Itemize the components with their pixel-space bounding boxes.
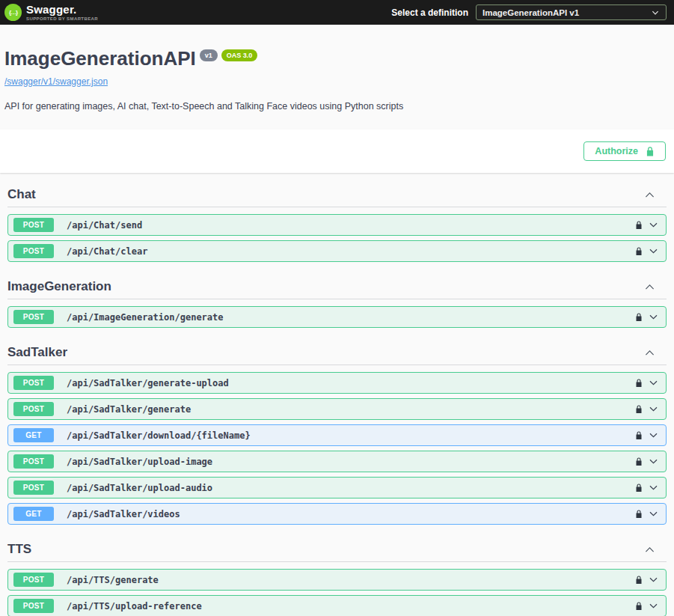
collapse-section-button[interactable]	[643, 189, 656, 201]
operation-row[interactable]: GET /api/SadTalker/download/{fileName}	[7, 424, 667, 446]
tag-header[interactable]: SadTalker	[7, 332, 667, 365]
operation-auth-button[interactable]	[635, 457, 643, 466]
chevron-down-icon[interactable]	[648, 403, 659, 415]
tag-title: ImageGeneration	[7, 279, 111, 294]
selected-definition-value: ImageGenerationAPI v1	[482, 8, 579, 17]
oas-badge: OAS 3.0	[221, 49, 258, 61]
operation-auth-button[interactable]	[635, 246, 643, 256]
lock-icon	[635, 483, 643, 493]
chevron-down-icon[interactable]	[648, 311, 659, 323]
operation-auth-button[interactable]	[635, 483, 643, 493]
lock-icon	[635, 457, 643, 466]
method-badge: GET	[13, 507, 54, 521]
chevron-down-icon[interactable]	[648, 377, 659, 388]
chevron-down-icon	[651, 8, 660, 17]
operation-row[interactable]: POST /api/SadTalker/upload-audio	[7, 477, 667, 498]
chevron-down-icon[interactable]	[648, 456, 659, 467]
operation-auth-button[interactable]	[635, 430, 643, 440]
tag-title: SadTalker	[7, 345, 67, 360]
method-badge: GET	[13, 428, 54, 442]
lock-icon	[635, 601, 643, 611]
chevron-down-icon[interactable]	[648, 600, 659, 612]
tag-operations: POST /api/ImageGeneration/generate	[7, 306, 667, 328]
chevron-up-icon	[643, 189, 656, 201]
operation-row[interactable]: POST /api/SadTalker/generate-upload	[7, 372, 667, 394]
method-badge: POST	[13, 454, 54, 469]
api-description: API for generating images, AI chat, Text…	[4, 101, 659, 112]
chevron-up-icon	[643, 347, 656, 359]
chevron-down-icon[interactable]	[648, 430, 659, 441]
chevron-down-icon[interactable]	[648, 574, 659, 585]
lock-icon	[635, 575, 643, 585]
operation-row[interactable]: POST /api/Chat/send	[7, 214, 667, 236]
swagger-brand[interactable]: {…} Swagger. Supported by SMARTBEAR	[4, 4, 98, 21]
spec-json-link[interactable]: /swagger/v1/swagger.json	[4, 76, 108, 87]
version-badge: v1	[200, 49, 218, 61]
api-tag-section: ImageGeneration POST /api/ImageGeneratio…	[7, 266, 667, 328]
lock-icon	[635, 312, 643, 322]
method-badge: POST	[13, 481, 54, 495]
tag-title: Chat	[7, 187, 36, 202]
operation-auth-button[interactable]	[635, 404, 643, 414]
api-tag-section: SadTalker POST /api/SadTalker/generate-u…	[7, 332, 667, 525]
operation-path: /api/ImageGeneration/generate	[67, 312, 224, 323]
operations-list: Chat POST /api/Chat/send POST /api/Chat/…	[0, 173, 674, 616]
operation-path: /api/SadTalker/generate-upload	[67, 378, 229, 388]
tag-operations: POST /api/SadTalker/generate-upload POST…	[7, 372, 667, 525]
operation-path: /api/TTS/upload-reference	[67, 601, 202, 612]
lock-icon	[635, 509, 643, 519]
operation-row[interactable]: POST /api/SadTalker/upload-image	[7, 451, 667, 472]
operation-path: /api/SadTalker/videos	[67, 509, 180, 519]
swagger-logo-icon: {…}	[4, 4, 22, 21]
definition-select[interactable]: ImageGenerationAPI v1	[476, 4, 667, 20]
brand-subtitle: Supported by SMARTBEAR	[26, 16, 98, 21]
operation-path: /api/SadTalker/generate	[67, 404, 191, 415]
tag-header[interactable]: ImageGeneration	[7, 266, 667, 299]
page-title: ImageGenerationAPI v1 OAS 3.0	[4, 47, 659, 70]
operation-row[interactable]: POST /api/ImageGeneration/generate	[7, 306, 667, 328]
tag-header[interactable]: TTS	[7, 529, 667, 562]
chevron-down-icon[interactable]	[648, 508, 659, 519]
operation-row[interactable]: POST /api/SadTalker/generate	[7, 398, 667, 420]
tag-header[interactable]: Chat	[7, 174, 667, 207]
chevron-down-icon[interactable]	[648, 482, 659, 493]
collapse-section-button[interactable]	[643, 281, 656, 293]
operation-path: /api/Chat/send	[67, 220, 142, 231]
operation-row[interactable]: POST /api/TTS/upload-reference	[7, 595, 667, 616]
operation-auth-button[interactable]	[635, 312, 643, 322]
authorize-button[interactable]: Authorize	[583, 141, 666, 161]
method-badge: POST	[13, 218, 54, 232]
lock-icon	[635, 378, 643, 388]
lock-icon	[635, 246, 643, 256]
collapse-section-button[interactable]	[643, 543, 656, 556]
api-tag-section: TTS POST /api/TTS/generate POST /api/TTS…	[7, 529, 667, 616]
operation-auth-button[interactable]	[635, 378, 643, 388]
method-badge: POST	[13, 402, 54, 416]
operation-row[interactable]: POST /api/Chat/clear	[7, 240, 667, 262]
operation-auth-button[interactable]	[635, 509, 643, 519]
info-section: ImageGenerationAPI v1 OAS 3.0 /swagger/v…	[0, 25, 674, 112]
operation-row[interactable]: POST /api/TTS/generate	[7, 569, 667, 591]
method-badge: POST	[13, 310, 54, 324]
operation-path: /api/SadTalker/download/{fileName}	[67, 430, 251, 441]
operation-auth-button[interactable]	[635, 220, 643, 230]
operation-row[interactable]: GET /api/SadTalker/videos	[7, 503, 667, 525]
lock-icon	[646, 146, 655, 156]
operation-path: /api/Chat/clear	[67, 246, 147, 257]
select-definition-label: Select a definition	[391, 7, 468, 18]
brand-name: Swagger.	[26, 4, 98, 15]
operation-path: /api/SadTalker/upload-image	[67, 457, 212, 467]
chevron-up-icon	[643, 281, 656, 293]
operation-path: /api/TTS/generate	[67, 575, 159, 585]
chevron-down-icon[interactable]	[648, 219, 659, 231]
collapse-section-button[interactable]	[643, 347, 656, 359]
chevron-down-icon[interactable]	[648, 246, 659, 257]
operation-auth-button[interactable]	[635, 601, 643, 611]
chevron-up-icon	[643, 543, 656, 556]
operation-auth-button[interactable]	[635, 575, 643, 585]
api-title-text: ImageGenerationAPI	[4, 47, 196, 70]
authorize-label: Authorize	[595, 146, 638, 156]
tag-title: TTS	[7, 542, 31, 557]
method-badge: POST	[13, 376, 54, 390]
api-tag-section: Chat POST /api/Chat/send POST /api/Chat/…	[7, 174, 667, 262]
